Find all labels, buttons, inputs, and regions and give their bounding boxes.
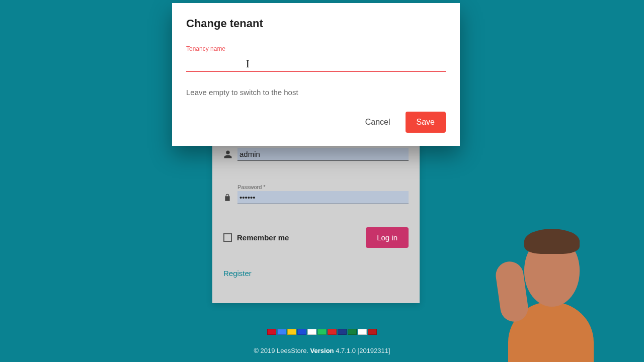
language-flag[interactable] [348,329,357,335]
cancel-button[interactable]: Cancel [362,113,393,132]
tenancy-name-input[interactable] [186,57,446,72]
lock-icon [223,193,237,204]
language-flags [0,329,644,335]
remember-me-checkbox[interactable]: Remember me [223,233,289,242]
person-icon [223,150,237,161]
language-flag[interactable] [368,329,377,335]
password-input[interactable] [237,191,409,204]
language-flag[interactable] [358,329,367,335]
tenancy-name-label: Tenancy name [186,45,446,52]
language-flag[interactable] [277,329,286,335]
footer-version-label: Version [310,347,334,354]
register-link[interactable]: Register [223,269,252,278]
password-field: Password * [223,184,409,204]
language-flag[interactable] [267,329,276,335]
username-input[interactable] [237,148,409,161]
modal-title: Change tenant [186,17,446,30]
checkbox-box [223,233,232,242]
save-button[interactable]: Save [406,112,446,133]
footer-copyright: © 2019 LeesStore. [254,347,310,354]
language-flag[interactable] [328,329,337,335]
tenancy-hint: Leave empty to switch to the host [186,88,446,97]
remember-me-label: Remember me [237,233,289,242]
language-flag[interactable] [287,329,296,335]
change-tenant-modal: Change tenant Tenancy name Leave empty t… [172,3,460,146]
password-label: Password * [237,184,409,190]
language-flag[interactable] [297,329,306,335]
footer-text: © 2019 LeesStore. Version 4.7.1.0 [20192… [0,347,644,354]
presenter-overlay [483,231,594,362]
language-flag[interactable] [338,329,347,335]
language-flag[interactable] [307,329,316,335]
login-button[interactable]: Log in [366,227,409,248]
footer-version-value: 4.7.1.0 [20192311] [336,347,390,354]
language-flag[interactable] [317,329,327,335]
